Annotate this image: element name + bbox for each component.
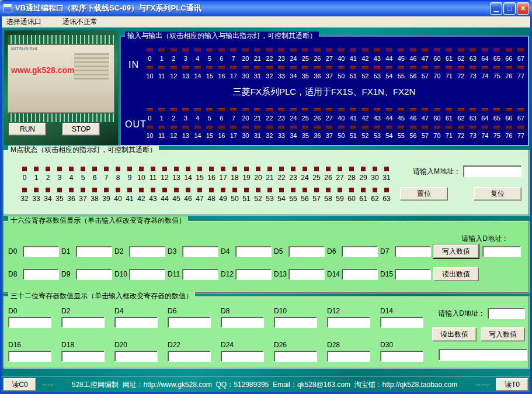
- output-light[interactable]: [503, 125, 515, 129]
- output-light[interactable]: [324, 108, 336, 112]
- m-light[interactable]: [112, 167, 124, 171]
- read-c0-button[interactable]: 读C0: [4, 378, 36, 391]
- m-light[interactable]: [147, 188, 159, 192]
- m-light[interactable]: [276, 167, 287, 171]
- m-light[interactable]: [217, 167, 229, 171]
- m-light[interactable]: [229, 188, 241, 192]
- output-light[interactable]: [168, 125, 180, 129]
- register-value-input[interactable]: [342, 246, 378, 257]
- input-light[interactable]: [491, 65, 503, 70]
- register-value-input[interactable]: [395, 269, 431, 280]
- register-value-input[interactable]: [61, 317, 105, 328]
- input-light[interactable]: [431, 65, 443, 70]
- register-value-input[interactable]: [221, 317, 264, 328]
- output-light[interactable]: [263, 108, 276, 112]
- register-value-input[interactable]: [235, 246, 272, 257]
- m-light[interactable]: [77, 188, 89, 192]
- output-light[interactable]: [479, 125, 491, 129]
- register-value-input[interactable]: [395, 246, 431, 257]
- write-value-button-16[interactable]: 写入数值: [433, 244, 479, 258]
- output-light[interactable]: [300, 125, 312, 129]
- output-light[interactable]: [204, 125, 216, 129]
- input-light[interactable]: [503, 65, 515, 70]
- m-light[interactable]: [252, 188, 264, 192]
- register-value-input[interactable]: [342, 269, 378, 280]
- m-light[interactable]: [334, 188, 346, 192]
- input-light[interactable]: [347, 48, 360, 52]
- input-light[interactable]: [168, 65, 180, 70]
- input-light[interactable]: [443, 65, 455, 70]
- input-light[interactable]: [335, 65, 347, 70]
- output-light[interactable]: [479, 108, 491, 112]
- m-light[interactable]: [19, 188, 30, 192]
- input-light[interactable]: [395, 48, 408, 52]
- title-bar[interactable]: VB通过编程口（程序下载线SC-09）与FX系列PLC通讯 ▁ □ ×: [0, 0, 532, 16]
- output-light[interactable]: [467, 108, 479, 112]
- input-light[interactable]: [215, 65, 228, 70]
- output-light[interactable]: [383, 125, 395, 129]
- input-light[interactable]: [407, 48, 419, 52]
- input-light[interactable]: [204, 48, 216, 52]
- output-light[interactable]: [311, 108, 324, 112]
- input-light[interactable]: [467, 65, 479, 70]
- output-light[interactable]: [215, 108, 228, 112]
- input-light[interactable]: [263, 65, 276, 70]
- m-light[interactable]: [346, 188, 357, 192]
- input-light[interactable]: [252, 65, 264, 70]
- register-value-input[interactable]: [76, 246, 112, 257]
- input-light[interactable]: [395, 65, 408, 70]
- output-light[interactable]: [515, 125, 527, 129]
- input-light[interactable]: [311, 48, 324, 52]
- register-value-input[interactable]: [288, 246, 325, 257]
- input-light[interactable]: [335, 48, 347, 52]
- input-light[interactable]: [443, 48, 455, 52]
- m-light[interactable]: [100, 167, 112, 171]
- input-light[interactable]: [347, 65, 360, 70]
- register-value-input[interactable]: [168, 317, 211, 328]
- m-light[interactable]: [206, 167, 217, 171]
- input-light[interactable]: [239, 65, 252, 70]
- m-light[interactable]: [241, 188, 252, 192]
- minimize-icon[interactable]: ▁: [490, 2, 502, 15]
- m-light[interactable]: [171, 167, 182, 171]
- output-light[interactable]: [156, 108, 168, 112]
- input-light[interactable]: [276, 48, 288, 52]
- output-light[interactable]: [239, 125, 252, 129]
- input-light[interactable]: [180, 65, 192, 70]
- register-value-input[interactable]: [114, 317, 158, 328]
- m-light[interactable]: [54, 188, 65, 192]
- output-light[interactable]: [168, 108, 180, 112]
- input-light[interactable]: [479, 65, 491, 70]
- output-light[interactable]: [300, 108, 312, 112]
- m-light[interactable]: [194, 188, 206, 192]
- m-light[interactable]: [264, 167, 276, 171]
- input-light[interactable]: [371, 65, 384, 70]
- m-light[interactable]: [171, 188, 182, 192]
- m-light[interactable]: [322, 188, 334, 192]
- output-light[interactable]: [252, 125, 264, 129]
- input-light[interactable]: [180, 48, 192, 52]
- output-light[interactable]: [276, 125, 288, 129]
- m-light[interactable]: [311, 167, 322, 171]
- register-value-input[interactable]: [168, 351, 211, 362]
- m-light[interactable]: [357, 188, 369, 192]
- input-light[interactable]: [359, 48, 371, 52]
- output-light[interactable]: [431, 108, 443, 112]
- m-light[interactable]: [19, 167, 30, 171]
- m-light[interactable]: [65, 188, 77, 192]
- write-value-button-32[interactable]: 写入数值: [481, 327, 525, 341]
- m-light[interactable]: [299, 188, 311, 192]
- output-light[interactable]: [407, 125, 419, 129]
- m-light[interactable]: [369, 167, 381, 171]
- output-light[interactable]: [276, 108, 288, 112]
- input-light[interactable]: [144, 48, 156, 52]
- menu-item-select-comm-port[interactable]: 选择通讯口: [2, 16, 46, 27]
- set-button[interactable]: 置位: [400, 187, 448, 201]
- input-light[interactable]: [383, 65, 395, 70]
- maximize-icon[interactable]: □: [503, 2, 516, 15]
- output-light[interactable]: [455, 108, 467, 112]
- m-light[interactable]: [77, 167, 89, 171]
- read-t0-button[interactable]: 读T0: [496, 378, 528, 391]
- m-light[interactable]: [264, 188, 276, 192]
- m-light[interactable]: [112, 188, 124, 192]
